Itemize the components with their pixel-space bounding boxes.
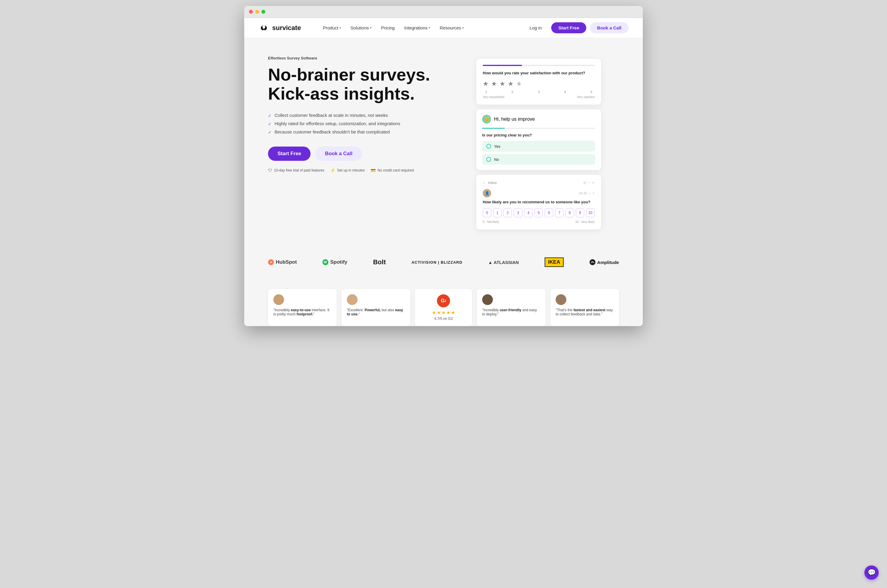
star-gold: ★: [451, 310, 455, 315]
pricing-option-yes[interactable]: Yes: [482, 141, 595, 152]
avatar-sm: 👤: [483, 189, 491, 197]
nps-3[interactable]: 3: [514, 208, 522, 217]
pricing-option-no[interactable]: No: [482, 154, 595, 165]
nps-8[interactable]: 8: [565, 208, 574, 217]
testimonial-card-4: "That's the fastest and easiest way to c…: [550, 289, 619, 326]
back-icon: ←: [483, 181, 486, 185]
login-button[interactable]: Log in: [523, 22, 547, 33]
nav-integrations-label: Integrations: [404, 25, 427, 30]
logo-ikea: IKEA: [545, 257, 564, 267]
browser-window: survicate Product ▾ Solutions ▾ Pricing …: [244, 6, 643, 326]
logos-row: HubSpot Spotify Bolt ACTIVISION | BLIZZA…: [268, 250, 619, 274]
star-labels: 1 2 3 4 5: [483, 90, 595, 94]
pricing-progress-bar: [482, 128, 595, 129]
nps-7[interactable]: 7: [555, 208, 564, 217]
avatar: [274, 294, 284, 305]
radio-yes[interactable]: [486, 144, 491, 148]
chat-icon: 💬: [867, 568, 876, 576]
nav-item-pricing[interactable]: Pricing: [377, 23, 399, 33]
nps-2[interactable]: 2: [503, 208, 512, 217]
star-gold: ★: [437, 310, 441, 315]
nav-solutions-label: Solutions: [350, 25, 369, 30]
avatar: [556, 294, 566, 305]
nps-label-high: 10 - Very likely: [575, 220, 595, 224]
logo-spotify: Spotify: [322, 259, 347, 265]
check-icon: ✓: [268, 113, 272, 118]
nav-resources-label: Resources: [440, 25, 461, 30]
logo-amplitude: Amplitude: [589, 259, 619, 265]
navbar: survicate Product ▾ Solutions ▾ Pricing …: [244, 18, 643, 38]
hero-right: How would you rate your satisfaction wit…: [476, 56, 601, 230]
nps-1[interactable]: 1: [493, 208, 502, 217]
hero-title: No-brainer surveys. Kick-ass insights.: [268, 65, 459, 103]
chevron-down-icon: ▾: [370, 26, 371, 29]
star-num: 4: [562, 90, 568, 94]
star-desc: Very dissatisfied Very satisfied: [483, 95, 595, 99]
hero-cta: Start Free Book a Call: [268, 147, 459, 161]
logo-text: survicate: [272, 24, 301, 32]
avatar: [482, 294, 493, 305]
hero-title-line1: No-brainer surveys.: [268, 65, 430, 84]
survey-card-nps: ← Inbox ⊞ ☆ ✕ 👤 09:45 ☆ ↗ How likely are…: [476, 175, 601, 230]
nps-5[interactable]: 5: [535, 208, 543, 217]
nav-links: Product ▾ Solutions ▾ Pricing Integratio…: [319, 23, 524, 33]
check-icon: ✓: [268, 130, 272, 135]
start-free-button[interactable]: Start Free: [551, 22, 586, 33]
hero-book-call-button[interactable]: Book a Call: [315, 147, 362, 161]
g2-logo: G2: [437, 294, 450, 308]
star-num: 3: [535, 90, 542, 94]
hero-title-line2: Kick-ass insights.: [268, 84, 415, 103]
minimize-button[interactable]: [255, 10, 259, 14]
inbox-icons: ⊞ ☆ ✕: [583, 181, 595, 185]
logo[interactable]: survicate: [259, 22, 301, 33]
star-3: ★: [499, 80, 505, 88]
nps-9[interactable]: 9: [576, 208, 585, 217]
maximize-button[interactable]: [262, 10, 265, 14]
hero-features: ✓ Collect customer feedback at scale in …: [268, 112, 459, 135]
meta-trial-text: 10-day free trial of paid features: [274, 168, 324, 172]
pricing-progress-fill: [482, 128, 505, 129]
inbox-label: ← Inbox: [483, 181, 497, 185]
pricing-question: Is our pricing clear to you?: [482, 133, 595, 137]
chevron-down-icon: ▾: [428, 26, 430, 29]
star-rating: ★ ★ ★ ★ ★: [483, 80, 595, 88]
progress-fill: [483, 65, 522, 66]
nps-10[interactable]: 10: [586, 208, 595, 217]
feature-item: ✓ Highly rated for effortless setup, cus…: [268, 121, 459, 126]
nps-6[interactable]: 6: [545, 208, 553, 217]
nav-right: Log in Start Free Book a Call: [523, 22, 628, 33]
feature-text: Collect customer feedback at scale in mi…: [275, 112, 388, 118]
star-2: ★: [491, 80, 497, 88]
meta-trial: 🛡 10-day free trial of paid features: [268, 168, 324, 173]
testimonials-section: "Incredibly easy-to-use interface. It is…: [244, 286, 643, 326]
radio-no[interactable]: [486, 157, 491, 162]
g2-text: G: [441, 298, 444, 303]
logo-activision: ACTIVISION | BLIZZARD: [411, 260, 462, 265]
star-1: ★: [483, 80, 489, 88]
nps-4[interactable]: 4: [524, 208, 533, 217]
rating-label-low: Very dissatisfied: [483, 95, 504, 99]
pricing-header: 😊 Hi, help us improve: [482, 115, 595, 124]
hero-meta: 🛡 10-day free trial of paid features ⚡ S…: [268, 168, 459, 173]
hero-start-free-button[interactable]: Start Free: [268, 147, 311, 161]
nps-0[interactable]: 0: [483, 208, 492, 217]
logo-hubspot: HubSpot: [268, 259, 297, 265]
book-call-button[interactable]: Book a Call: [590, 22, 628, 33]
meta-card-text: No credit card required: [377, 168, 414, 172]
nps-label-low: 0 - Not likely: [483, 220, 499, 224]
logo-atlassian: ▲ ATLASSIAN: [488, 260, 519, 265]
star-num: 5: [588, 90, 595, 94]
nav-item-product[interactable]: Product ▾: [319, 23, 345, 33]
meta-card: 💳 No credit card required: [371, 168, 414, 173]
chat-widget[interactable]: 💬: [864, 566, 879, 580]
avatar: 😊: [482, 115, 491, 124]
hero-section: Effortless Survey Software No-brainer su…: [244, 38, 643, 244]
nps-scale: 0 1 2 3 4 5 6 7 8 9 10: [483, 208, 595, 217]
close-button[interactable]: [249, 10, 253, 14]
star-5: ★: [516, 80, 522, 88]
nps-labels: 0 - Not likely 10 - Very likely: [483, 220, 595, 224]
browser-body: survicate Product ▾ Solutions ▾ Pricing …: [244, 18, 643, 326]
nav-item-integrations[interactable]: Integrations ▾: [400, 23, 434, 33]
nav-item-solutions[interactable]: Solutions ▾: [346, 23, 376, 33]
nav-item-resources[interactable]: Resources ▾: [436, 23, 468, 33]
